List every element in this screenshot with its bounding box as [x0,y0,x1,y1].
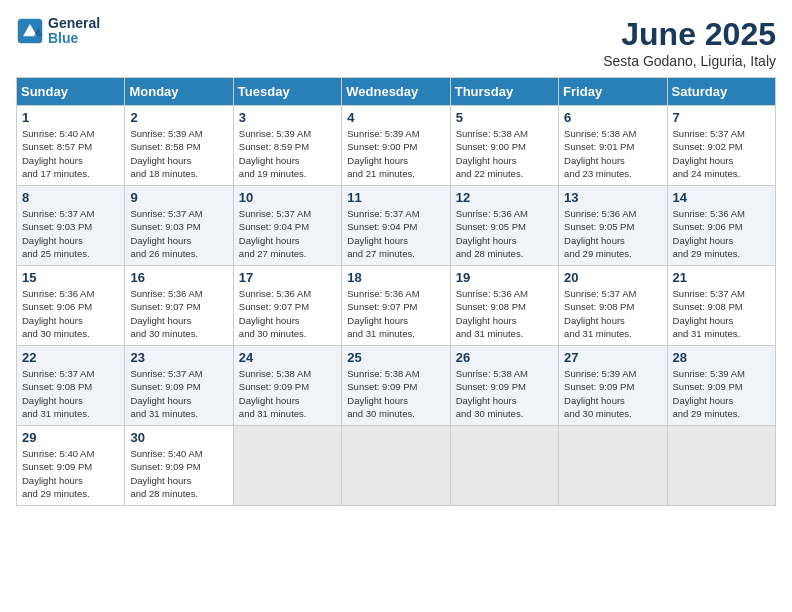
cell-info: Sunrise: 5:36 AM Sunset: 9:07 PM Dayligh… [347,287,444,340]
day-number: 29 [22,430,119,445]
day-number: 22 [22,350,119,365]
calendar-week-row: 1 Sunrise: 5:40 AM Sunset: 8:57 PM Dayli… [17,106,776,186]
cell-info: Sunrise: 5:38 AM Sunset: 9:09 PM Dayligh… [456,367,553,420]
table-row: 11 Sunrise: 5:37 AM Sunset: 9:04 PM Dayl… [342,186,450,266]
day-number: 4 [347,110,444,125]
day-number: 20 [564,270,661,285]
cell-info: Sunrise: 5:36 AM Sunset: 9:05 PM Dayligh… [564,207,661,260]
table-row [450,426,558,506]
day-number: 13 [564,190,661,205]
day-number: 3 [239,110,336,125]
day-number: 21 [673,270,770,285]
day-number: 26 [456,350,553,365]
cell-info: Sunrise: 5:36 AM Sunset: 9:08 PM Dayligh… [456,287,553,340]
table-row: 9 Sunrise: 5:37 AM Sunset: 9:03 PM Dayli… [125,186,233,266]
day-number: 23 [130,350,227,365]
cell-info: Sunrise: 5:36 AM Sunset: 9:07 PM Dayligh… [239,287,336,340]
day-number: 19 [456,270,553,285]
cell-info: Sunrise: 5:40 AM Sunset: 9:09 PM Dayligh… [130,447,227,500]
day-number: 14 [673,190,770,205]
day-number: 17 [239,270,336,285]
cell-info: Sunrise: 5:39 AM Sunset: 9:00 PM Dayligh… [347,127,444,180]
table-row: 6 Sunrise: 5:38 AM Sunset: 9:01 PM Dayli… [559,106,667,186]
table-row: 10 Sunrise: 5:37 AM Sunset: 9:04 PM Dayl… [233,186,341,266]
table-row: 30 Sunrise: 5:40 AM Sunset: 9:09 PM Dayl… [125,426,233,506]
table-row: 1 Sunrise: 5:40 AM Sunset: 8:57 PM Dayli… [17,106,125,186]
header-saturday: Saturday [667,78,775,106]
logo: General Blue [16,16,100,47]
cell-info: Sunrise: 5:36 AM Sunset: 9:07 PM Dayligh… [130,287,227,340]
calendar-week-row: 8 Sunrise: 5:37 AM Sunset: 9:03 PM Dayli… [17,186,776,266]
day-number: 11 [347,190,444,205]
day-number: 30 [130,430,227,445]
table-row: 14 Sunrise: 5:36 AM Sunset: 9:06 PM Dayl… [667,186,775,266]
table-row: 16 Sunrise: 5:36 AM Sunset: 9:07 PM Dayl… [125,266,233,346]
table-row: 21 Sunrise: 5:37 AM Sunset: 9:08 PM Dayl… [667,266,775,346]
day-number: 10 [239,190,336,205]
day-number: 27 [564,350,661,365]
table-row [667,426,775,506]
cell-info: Sunrise: 5:37 AM Sunset: 9:03 PM Dayligh… [130,207,227,260]
cell-info: Sunrise: 5:38 AM Sunset: 9:09 PM Dayligh… [239,367,336,420]
cell-info: Sunrise: 5:37 AM Sunset: 9:03 PM Dayligh… [22,207,119,260]
day-number: 8 [22,190,119,205]
table-row: 4 Sunrise: 5:39 AM Sunset: 9:00 PM Dayli… [342,106,450,186]
table-row [342,426,450,506]
cell-info: Sunrise: 5:39 AM Sunset: 9:09 PM Dayligh… [673,367,770,420]
day-number: 15 [22,270,119,285]
logo-line2: Blue [48,31,100,46]
header-thursday: Thursday [450,78,558,106]
calendar-title: June 2025 [603,16,776,53]
table-row: 15 Sunrise: 5:36 AM Sunset: 9:06 PM Dayl… [17,266,125,346]
cell-info: Sunrise: 5:39 AM Sunset: 8:58 PM Dayligh… [130,127,227,180]
table-row: 13 Sunrise: 5:36 AM Sunset: 9:05 PM Dayl… [559,186,667,266]
table-row: 24 Sunrise: 5:38 AM Sunset: 9:09 PM Dayl… [233,346,341,426]
day-number: 1 [22,110,119,125]
cell-info: Sunrise: 5:36 AM Sunset: 9:05 PM Dayligh… [456,207,553,260]
cell-info: Sunrise: 5:37 AM Sunset: 9:08 PM Dayligh… [564,287,661,340]
table-row: 25 Sunrise: 5:38 AM Sunset: 9:09 PM Dayl… [342,346,450,426]
cell-info: Sunrise: 5:37 AM Sunset: 9:02 PM Dayligh… [673,127,770,180]
calendar-week-row: 22 Sunrise: 5:37 AM Sunset: 9:08 PM Dayl… [17,346,776,426]
cell-info: Sunrise: 5:38 AM Sunset: 9:09 PM Dayligh… [347,367,444,420]
cell-info: Sunrise: 5:37 AM Sunset: 9:04 PM Dayligh… [347,207,444,260]
day-number: 2 [130,110,227,125]
table-row: 29 Sunrise: 5:40 AM Sunset: 9:09 PM Dayl… [17,426,125,506]
day-number: 12 [456,190,553,205]
day-number: 7 [673,110,770,125]
table-row: 19 Sunrise: 5:36 AM Sunset: 9:08 PM Dayl… [450,266,558,346]
cell-info: Sunrise: 5:36 AM Sunset: 9:06 PM Dayligh… [673,207,770,260]
cell-info: Sunrise: 5:38 AM Sunset: 9:01 PM Dayligh… [564,127,661,180]
cell-info: Sunrise: 5:40 AM Sunset: 9:09 PM Dayligh… [22,447,119,500]
day-number: 9 [130,190,227,205]
header-tuesday: Tuesday [233,78,341,106]
header-wednesday: Wednesday [342,78,450,106]
day-number: 5 [456,110,553,125]
header-sunday: Sunday [17,78,125,106]
days-header-row: Sunday Monday Tuesday Wednesday Thursday… [17,78,776,106]
cell-info: Sunrise: 5:36 AM Sunset: 9:06 PM Dayligh… [22,287,119,340]
cell-info: Sunrise: 5:37 AM Sunset: 9:04 PM Dayligh… [239,207,336,260]
day-number: 18 [347,270,444,285]
table-row: 23 Sunrise: 5:37 AM Sunset: 9:09 PM Dayl… [125,346,233,426]
cell-info: Sunrise: 5:37 AM Sunset: 9:09 PM Dayligh… [130,367,227,420]
day-number: 28 [673,350,770,365]
calendar-week-row: 29 Sunrise: 5:40 AM Sunset: 9:09 PM Dayl… [17,426,776,506]
cell-info: Sunrise: 5:37 AM Sunset: 9:08 PM Dayligh… [673,287,770,340]
table-row [233,426,341,506]
table-row: 26 Sunrise: 5:38 AM Sunset: 9:09 PM Dayl… [450,346,558,426]
header-monday: Monday [125,78,233,106]
calendar-subtitle: Sesta Godano, Liguria, Italy [603,53,776,69]
day-number: 25 [347,350,444,365]
table-row: 28 Sunrise: 5:39 AM Sunset: 9:09 PM Dayl… [667,346,775,426]
table-row: 5 Sunrise: 5:38 AM Sunset: 9:00 PM Dayli… [450,106,558,186]
table-row [559,426,667,506]
page-header: General Blue June 2025 Sesta Godano, Lig… [16,16,776,69]
logo-line1: General [48,16,100,31]
logo-text: General Blue [48,16,100,47]
table-row: 3 Sunrise: 5:39 AM Sunset: 8:59 PM Dayli… [233,106,341,186]
calendar-table: Sunday Monday Tuesday Wednesday Thursday… [16,77,776,506]
cell-info: Sunrise: 5:39 AM Sunset: 8:59 PM Dayligh… [239,127,336,180]
table-row: 2 Sunrise: 5:39 AM Sunset: 8:58 PM Dayli… [125,106,233,186]
title-area: June 2025 Sesta Godano, Liguria, Italy [603,16,776,69]
